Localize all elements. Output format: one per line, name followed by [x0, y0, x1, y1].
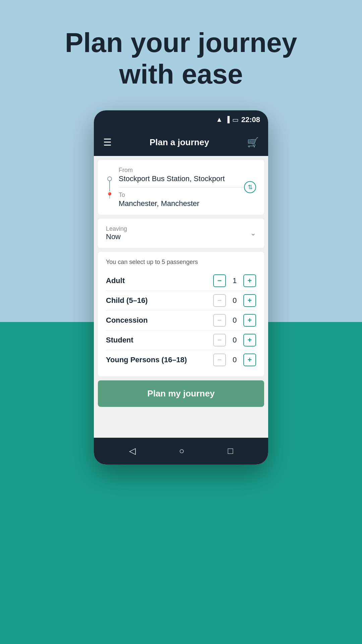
- route-card: 📍 From Stockport Bus Station, Stockport …: [98, 160, 264, 215]
- decrement-child[interactable]: −: [213, 294, 226, 307]
- increment-student[interactable]: +: [243, 334, 256, 346]
- nav-bar: ◁ ○ □: [94, 438, 268, 465]
- app-header: ☰ Plan a journey 🛒: [94, 129, 268, 156]
- chevron-down-icon: ⌄: [250, 229, 256, 237]
- count-young-persons: 0: [231, 356, 239, 364]
- route-line: [109, 181, 110, 191]
- decrement-adult[interactable]: −: [213, 274, 226, 287]
- passenger-label-concession: Concession: [106, 316, 213, 325]
- route-divider: [119, 187, 256, 187]
- destination-pin-icon: 📍: [106, 192, 113, 199]
- count-student: 0: [231, 336, 239, 344]
- counter-group-adult: − 1 +: [213, 274, 256, 287]
- decrement-student[interactable]: −: [213, 334, 226, 346]
- passenger-label-child: Child (5–16): [106, 296, 213, 305]
- count-concession: 0: [231, 316, 239, 325]
- origin-dot: [107, 176, 112, 181]
- passenger-row-adult: Adult − 1 +: [106, 271, 256, 291]
- route-dots: 📍: [106, 176, 113, 199]
- to-value[interactable]: Manchester, Manchester: [119, 199, 256, 208]
- header-title: Plan a journey: [149, 137, 209, 148]
- count-child: 0: [231, 296, 239, 305]
- extra-space: [94, 411, 268, 438]
- leaving-text: Leaving Now: [106, 225, 127, 241]
- increment-young-persons[interactable]: +: [243, 354, 256, 366]
- leaving-value: Now: [106, 232, 127, 241]
- route-fields: From Stockport Bus Station, Stockport To…: [119, 167, 256, 208]
- passengers-hint: You can select up to 5 passengers: [106, 259, 256, 266]
- back-icon[interactable]: ◁: [129, 446, 136, 456]
- passenger-row-concession: Concession − 0 +: [106, 311, 256, 330]
- swap-icon: ⇅: [248, 183, 253, 191]
- passenger-label-adult: Adult: [106, 276, 213, 285]
- hamburger-icon[interactable]: ☰: [103, 137, 112, 148]
- from-label: From: [119, 167, 256, 174]
- counter-group-young-persons: − 0 +: [213, 354, 256, 366]
- counter-group-student: − 0 +: [213, 334, 256, 346]
- from-value[interactable]: Stockport Bus Station, Stockport: [119, 174, 256, 183]
- hero-title: Plan your journey with ease: [0, 0, 362, 110]
- cart-icon[interactable]: 🛒: [247, 137, 259, 148]
- passenger-row-child: Child (5–16) − 0 +: [106, 291, 256, 311]
- passenger-label-young-persons: Young Persons (16–18): [106, 356, 213, 364]
- passenger-label-student: Student: [106, 336, 213, 344]
- increment-child[interactable]: +: [243, 294, 256, 307]
- status-bar: ▲ ▐ ▭ 22:08: [94, 110, 268, 129]
- passengers-card: You can select up to 5 passengers Adult …: [98, 252, 264, 376]
- to-label: To: [119, 192, 256, 199]
- increment-concession[interactable]: +: [243, 314, 256, 327]
- status-icons: ▲ ▐ ▭ 22:08: [216, 115, 260, 124]
- increment-adult[interactable]: +: [243, 274, 256, 287]
- wifi-icon: ▲: [216, 116, 223, 123]
- decrement-young-persons[interactable]: −: [213, 354, 226, 366]
- phone-frame: ▲ ▐ ▭ 22:08 ☰ Plan a journey 🛒 📍 From St…: [94, 110, 268, 465]
- leaving-label: Leaving: [106, 225, 127, 232]
- content-area: 📍 From Stockport Bus Station, Stockport …: [94, 160, 268, 438]
- battery-icon: ▭: [232, 116, 239, 124]
- recents-icon[interactable]: □: [228, 446, 233, 456]
- passenger-row-young-persons: Young Persons (16–18) − 0 +: [106, 350, 256, 370]
- counter-group-concession: − 0 +: [213, 314, 256, 327]
- passenger-row-student: Student − 0 +: [106, 330, 256, 350]
- leaving-card[interactable]: Leaving Now ⌄: [98, 219, 264, 248]
- home-icon[interactable]: ○: [179, 446, 184, 456]
- signal-icon: ▐: [225, 116, 230, 123]
- decrement-concession[interactable]: −: [213, 314, 226, 327]
- swap-button[interactable]: ⇅: [244, 181, 256, 193]
- counter-group-child: − 0 +: [213, 294, 256, 307]
- count-adult: 1: [231, 276, 239, 285]
- plan-journey-button[interactable]: Plan my journey: [98, 380, 264, 407]
- status-time: 22:08: [241, 115, 260, 124]
